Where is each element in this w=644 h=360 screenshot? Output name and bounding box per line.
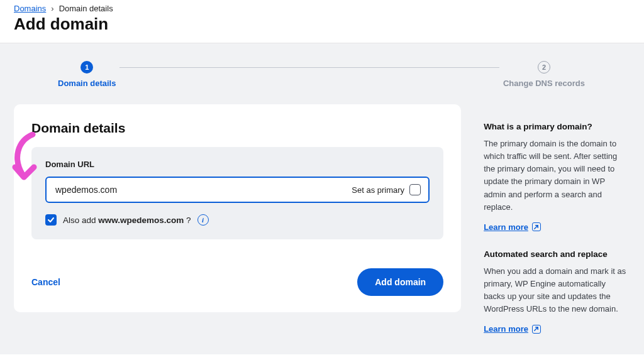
also-add-row: Also add www.wpedemos.com ? i (45, 214, 430, 226)
side-heading: Automated search and replace (484, 249, 629, 259)
step-change-dns: 2 Change DNS records (503, 61, 585, 88)
step-number-badge: 1 (80, 61, 93, 74)
domain-details-card: Domain details Domain URL Set as primary (14, 104, 461, 312)
side-text: When you add a domain and mark it as pri… (484, 265, 629, 316)
set-primary-group: Set as primary (352, 184, 421, 195)
external-link-icon (532, 325, 541, 334)
help-sidebar: What is a primary domain? The primary do… (484, 104, 629, 351)
domain-url-input[interactable] (55, 185, 352, 195)
side-text: The primary domain is the domain to whic… (484, 138, 629, 214)
set-primary-checkbox[interactable] (409, 184, 421, 195)
learn-more-link[interactable]: Learn more (484, 222, 541, 232)
breadcrumb-current: Domain details (59, 4, 113, 13)
cancel-button[interactable]: Cancel (31, 277, 60, 287)
set-primary-label: Set as primary (352, 185, 404, 195)
content-area: 1 Domain details 2 Change DNS records Do… (0, 43, 644, 354)
step-number-badge: 2 (538, 61, 550, 74)
step-label: Change DNS records (503, 79, 585, 88)
learn-more-link[interactable]: Learn more (484, 324, 541, 334)
info-icon[interactable]: i (197, 214, 209, 226)
card-actions: Cancel Add domain (31, 268, 443, 296)
side-section-primary-domain: What is a primary domain? The primary do… (484, 122, 629, 232)
check-icon (47, 216, 55, 224)
breadcrumb-root-link[interactable]: Domains (14, 4, 46, 13)
card-title: Domain details (31, 121, 443, 136)
stepper: 1 Domain details 2 Change DNS records (14, 58, 629, 104)
step-domain-details[interactable]: 1 Domain details (58, 61, 116, 88)
also-add-text: Also add www.wpedemos.com ? (63, 215, 191, 225)
domain-url-input-wrap[interactable]: Set as primary (45, 177, 430, 203)
main-row: Domain details Domain URL Set as primary (14, 104, 629, 351)
domain-url-field-block: Domain URL Set as primary Also add www.w… (31, 147, 443, 239)
breadcrumb: Domains › Domain details (14, 4, 630, 13)
breadcrumb-separator: › (51, 4, 53, 13)
stepper-line (119, 67, 499, 68)
also-add-checkbox[interactable] (45, 214, 57, 226)
domain-url-label: Domain URL (45, 160, 430, 169)
side-heading: What is a primary domain? (484, 122, 629, 131)
step-label: Domain details (58, 79, 116, 88)
external-link-icon (532, 222, 541, 231)
add-domain-button[interactable]: Add domain (357, 268, 443, 296)
side-section-search-replace: Automated search and replace When you ad… (484, 249, 629, 334)
page-title: Add domain (14, 14, 630, 34)
page-header: Domains › Domain details Add domain (0, 0, 644, 43)
